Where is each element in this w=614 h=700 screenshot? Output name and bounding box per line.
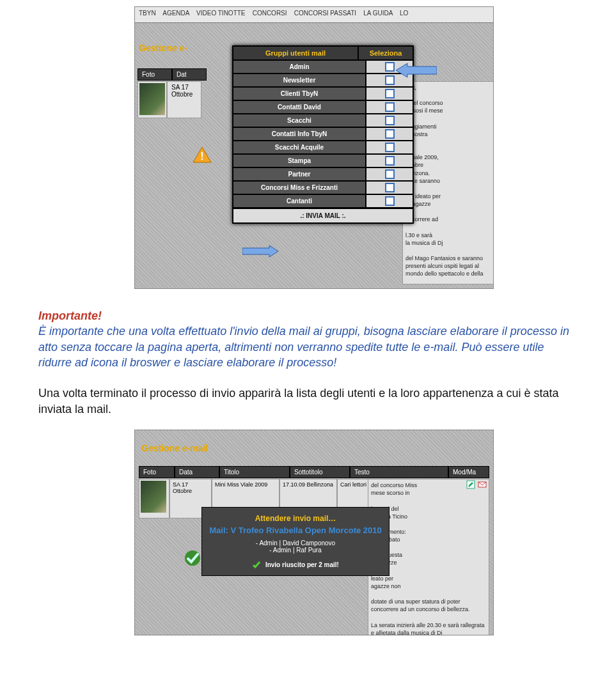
thumbnail-image bbox=[139, 83, 165, 115]
status-recipients: - Admin | David Camponovo - Admin | Raf … bbox=[206, 540, 385, 554]
group-checkbox[interactable] bbox=[385, 116, 395, 125]
col-sottotitolo: Sottotitolo bbox=[290, 466, 350, 478]
group-checkbox[interactable] bbox=[385, 89, 395, 98]
row-action-icons bbox=[466, 480, 487, 489]
col-foto: Foto bbox=[138, 68, 172, 81]
col-foto: Foto bbox=[139, 466, 175, 478]
page-title: Gestione e- bbox=[139, 43, 187, 53]
col-titolo: Titolo bbox=[219, 466, 290, 478]
nav-item[interactable]: TBYN bbox=[139, 10, 156, 17]
group-name: Cantanti bbox=[233, 194, 366, 208]
group-name: Concorsi Miss e Frizzanti bbox=[233, 181, 366, 194]
group-name: Clienti TbyN bbox=[233, 87, 366, 100]
group-checkbox[interactable] bbox=[385, 183, 395, 192]
group-checkbox[interactable] bbox=[385, 62, 395, 72]
mail-groups-dialog: Gruppi utenti mail Seleziona Admin Newsl… bbox=[232, 45, 414, 224]
cell-date: SA 17 Ottobre bbox=[167, 81, 201, 118]
dialog-col-group: Gruppi utenti mail bbox=[233, 46, 358, 60]
group-checkbox[interactable] bbox=[385, 156, 395, 166]
send-mail-button[interactable]: .: INVIA MAIL :. bbox=[233, 208, 413, 223]
paragraph: Una volta terminato il processo di invio… bbox=[38, 385, 576, 417]
group-name: Stampa bbox=[233, 154, 366, 167]
description-text: ight, o del concorso clusosi il mese ceg… bbox=[402, 81, 494, 284]
grid-header: Foto Dat bbox=[138, 68, 207, 81]
group-name: Scacchi Acquile bbox=[233, 141, 366, 154]
status-title: Attendere invio mail… bbox=[206, 514, 385, 523]
status-subtitle: Mail: V Trofeo Rivabella Open Morcote 20… bbox=[206, 525, 385, 536]
status-success: Invio riuscito per 2 mail! bbox=[206, 560, 385, 570]
group-name: Contatti Info TbyN bbox=[233, 127, 366, 141]
nav-item[interactable]: LO bbox=[400, 10, 408, 17]
page-title: Gestione e-mail bbox=[141, 443, 208, 453]
col-data: Data bbox=[175, 466, 219, 478]
check-icon bbox=[252, 560, 261, 570]
edit-icon[interactable] bbox=[466, 480, 475, 489]
group-name: Admin bbox=[233, 60, 366, 74]
top-nav: TBYN AGENDA VIDEO TINOTTE CONCORSI CONCO… bbox=[135, 7, 493, 23]
check-icon bbox=[184, 549, 201, 569]
group-name: Contatti David bbox=[233, 100, 366, 114]
svg-text:!: ! bbox=[200, 151, 203, 162]
important-heading: Importante! bbox=[38, 308, 576, 323]
dialog-col-select: Seleziona bbox=[358, 46, 413, 60]
thumbnail-image bbox=[141, 481, 166, 513]
nav-item[interactable]: LA GUIDA bbox=[363, 10, 393, 17]
send-status-dialog: Attendere invio mail… Mail: V Trofeo Riv… bbox=[201, 507, 390, 576]
group-checkbox[interactable] bbox=[385, 129, 395, 139]
col-mod: Mod/Ma bbox=[448, 466, 489, 478]
svg-marker-3 bbox=[242, 245, 278, 257]
group-name: Newsletter bbox=[233, 74, 366, 87]
nav-item[interactable]: CONCORSI PASSATI bbox=[294, 10, 356, 17]
group-checkbox[interactable] bbox=[385, 143, 395, 152]
grid-header: Foto Data Titolo Sottotitolo Testo Mod/M… bbox=[139, 466, 489, 478]
mail-icon[interactable] bbox=[478, 480, 487, 489]
nav-item[interactable]: CONCORSI bbox=[253, 10, 287, 17]
admin-screenshot-2: Gestione e-mail Foto Data Titolo Sottoti… bbox=[134, 430, 494, 635]
warning-icon: ! bbox=[193, 146, 212, 163]
svg-marker-2 bbox=[396, 63, 437, 77]
group-name: Scacchi bbox=[233, 114, 366, 127]
group-checkbox[interactable] bbox=[385, 75, 395, 85]
admin-screenshot-1: TBYN AGENDA VIDEO TINOTTE CONCORSI CONCO… bbox=[134, 6, 494, 289]
important-paragraph: È importante che una volta effettuato l'… bbox=[38, 323, 576, 370]
group-checkbox[interactable] bbox=[385, 102, 395, 112]
group-checkbox[interactable] bbox=[385, 196, 395, 206]
col-data: Dat bbox=[172, 68, 207, 81]
nav-item[interactable]: AGENDA bbox=[162, 10, 189, 17]
callout-arrow-icon bbox=[242, 245, 278, 258]
document-body: Importante! È importante che una volta e… bbox=[38, 308, 576, 417]
col-testo: Testo bbox=[350, 466, 448, 478]
group-checkbox[interactable] bbox=[385, 169, 395, 179]
table-row: SA 17 Ottobre bbox=[138, 81, 201, 118]
group-name: Partner bbox=[233, 167, 366, 181]
callout-arrow-icon bbox=[396, 62, 437, 79]
nav-item[interactable]: VIDEO TINOTTE bbox=[196, 10, 246, 17]
